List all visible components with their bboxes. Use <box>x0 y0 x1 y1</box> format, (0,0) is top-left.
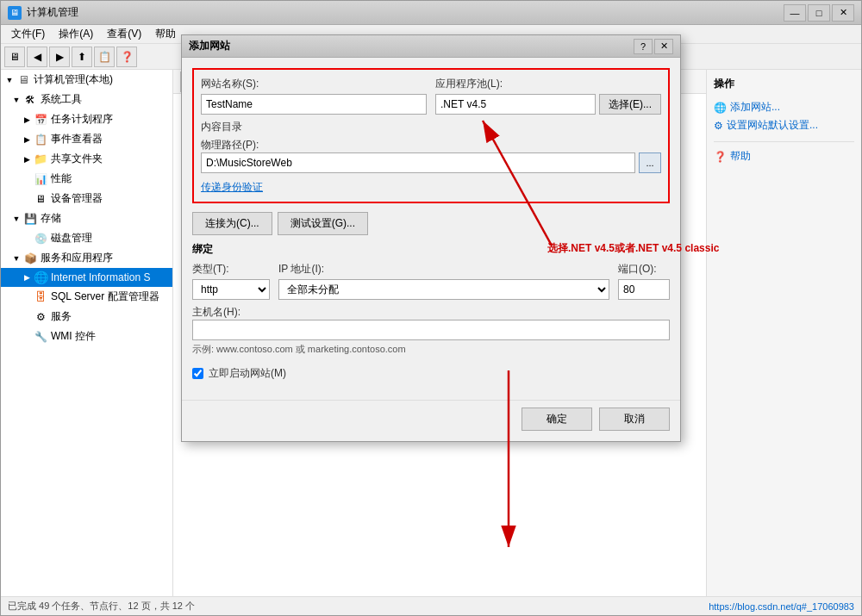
maximize-button[interactable]: □ <box>808 4 830 22</box>
toggle-storage[interactable]: ▼ <box>11 214 22 224</box>
ip-label: IP 地址(I): <box>278 262 609 277</box>
sidebar-item-services-apps[interactable]: ▼ 📦 服务和应用程序 <box>1 248 172 268</box>
autostart-checkbox[interactable] <box>192 368 203 379</box>
physical-path-input[interactable] <box>201 152 635 173</box>
dialog-action-buttons: 连接为(C)... 测试设置(G)... <box>192 212 670 235</box>
app-pool-input[interactable] <box>435 94 596 115</box>
host-input[interactable] <box>192 320 670 340</box>
toggle-shared[interactable]: ▶ <box>22 154 32 165</box>
toggle-disk[interactable] <box>22 233 32 244</box>
toggle-services[interactable]: ▼ <box>11 253 22 264</box>
menu-action[interactable]: 操作(A) <box>52 25 100 43</box>
sidebar-item-wmi[interactable]: 🔧 WMI 控件 <box>1 327 172 346</box>
menu-help[interactable]: 帮助 <box>148 25 183 43</box>
title-bar: 🖥 计算机管理 — □ ✕ <box>1 1 861 25</box>
disk-icon: 💿 <box>34 232 47 246</box>
binding-row: 类型(T): http https IP 地址(I): 全部未分配 <box>192 262 670 300</box>
sidebar-item-root[interactable]: ▼ 🖥 计算机管理(本地) <box>1 70 172 90</box>
dialog-close-button[interactable]: ✕ <box>654 39 673 54</box>
site-name-input[interactable] <box>201 94 427 115</box>
minimize-button[interactable]: — <box>784 4 806 22</box>
type-group: 类型(T): http https <box>192 262 270 300</box>
toggle-root[interactable]: ▼ <box>4 75 15 85</box>
sidebar-item-device-mgr[interactable]: 🖥 设备管理器 <box>1 189 172 208</box>
connect-as-button[interactable]: 连接为(C)... <box>192 212 272 235</box>
sidebar-item-services[interactable]: ⚙ 服务 <box>1 307 172 327</box>
sys-tools-icon: 🛠 <box>23 93 37 107</box>
type-label: 类型(T): <box>192 262 270 277</box>
url-bar-text: https://blog.csdn.net/q#_17060983 <box>709 601 854 612</box>
sidebar-item-disk-mgmt[interactable]: 💿 磁盘管理 <box>1 228 172 248</box>
toggle-wmi[interactable] <box>22 332 32 342</box>
toggle-event[interactable]: ▶ <box>22 134 32 145</box>
wmi-icon: 🔧 <box>34 330 47 344</box>
actions-panel: 操作 🌐 添加网站... ⚙ 设置网站默认设置... ❓ 帮助 <box>706 70 861 596</box>
sidebar-item-sql-config[interactable]: 🗄 SQL Server 配置管理器 <box>1 287 172 307</box>
task-icon: 📅 <box>34 113 47 127</box>
sidebar-wmi-label: WMI 控件 <box>51 329 96 344</box>
add-website-icon: 🌐 <box>714 102 727 114</box>
toggle-task[interactable]: ▶ <box>22 115 32 125</box>
cancel-button[interactable]: 取消 <box>599 408 670 431</box>
action-set-defaults[interactable]: ⚙ 设置网站默认设置... <box>714 116 854 134</box>
form-section-highlighted: 网站名称(S): 应用程序池(L): 选择(E)... 内容目录 物理路径(P <box>192 68 670 203</box>
sidebar-item-iis[interactable]: ▶ 🌐 Internet Information S <box>1 268 172 287</box>
app-pool-label: 应用程序池(L): <box>435 77 661 91</box>
toolbar-up-button[interactable]: ⬆ <box>72 47 92 67</box>
sidebar-storage-label: 存储 <box>41 211 61 226</box>
browse-button[interactable]: ... <box>639 152 661 173</box>
perf-icon: 📊 <box>34 172 47 186</box>
toggle-sys-tools[interactable]: ▼ <box>11 95 22 105</box>
host-row: 主机名(H): 示例: www.contoso.com 或 marketing.… <box>192 305 670 356</box>
physical-path-label: 物理路径(P): <box>201 139 259 151</box>
sidebar-item-sys-tools[interactable]: ▼ 🛠 系统工具 <box>1 90 172 109</box>
toggle-svc[interactable] <box>22 312 32 322</box>
toolbar-forward-button[interactable]: ▶ <box>49 47 70 67</box>
toolbar-back-button[interactable]: ◀ <box>27 47 47 67</box>
select-app-pool-button[interactable]: 选择(E)... <box>599 94 661 115</box>
status-text: 已完成 49 个任务、节点行、12 页，共 12 个 <box>8 600 195 613</box>
sidebar-shared-label: 共享文件夹 <box>51 152 103 166</box>
action-add-website[interactable]: 🌐 添加网站... <box>714 98 854 116</box>
sidebar-item-performance[interactable]: 📊 性能 <box>1 169 172 189</box>
dialog-title-bar: 添加网站 ? ✕ <box>182 35 680 58</box>
sidebar-perf-label: 性能 <box>51 171 72 186</box>
ok-button[interactable]: 确定 <box>522 408 592 431</box>
port-group: 端口(O): <box>618 262 670 300</box>
sidebar-item-task-scheduler[interactable]: ▶ 📅 任务计划程序 <box>1 109 172 129</box>
type-select[interactable]: http https <box>192 279 270 300</box>
toggle-iis[interactable]: ▶ <box>22 272 32 283</box>
dialog-content: 网站名称(S): 应用程序池(L): 选择(E)... 内容目录 物理路径(P <box>182 58 680 400</box>
toolbar-show-hide-button[interactable]: 📋 <box>94 47 115 67</box>
sidebar-svc-label: 服务 <box>51 309 72 324</box>
sidebar-item-event-viewer[interactable]: ▶ 📋 事件查看器 <box>1 129 172 149</box>
sidebar-disk-label: 磁盘管理 <box>51 231 92 246</box>
root-icon: 🖥 <box>16 73 30 87</box>
sidebar-item-storage[interactable]: ▼ 💾 存储 <box>1 208 172 228</box>
host-label: 主机名(H): <box>192 306 240 318</box>
sidebar-item-shared-folders[interactable]: ▶ 📁 共享文件夹 <box>1 149 172 169</box>
toolbar-help-button[interactable]: ❓ <box>116 47 137 67</box>
port-label: 端口(O): <box>618 262 670 277</box>
binding-section: 绑定 类型(T): http https IP 地址(I): <box>192 242 670 356</box>
sidebar-sql-label: SQL Server 配置管理器 <box>51 289 159 304</box>
close-button[interactable]: ✕ <box>832 4 854 22</box>
site-name-group: 网站名称(S): <box>201 77 427 115</box>
ip-select[interactable]: 全部未分配 <box>278 279 609 300</box>
toggle-sql[interactable] <box>22 292 32 302</box>
menu-file[interactable]: 文件(F) <box>4 25 52 43</box>
action-help[interactable]: ❓ 帮助 <box>714 147 854 165</box>
menu-view[interactable]: 查看(V) <box>100 25 148 43</box>
host-example: 示例: www.contoso.com 或 marketing.contoso.… <box>192 343 670 356</box>
toggle-dev[interactable] <box>22 194 32 204</box>
window-title: 计算机管理 <box>27 5 784 20</box>
port-input[interactable] <box>618 279 670 300</box>
autostart-label: 立即启动网站(M) <box>209 366 286 381</box>
dialog-help-button[interactable]: ? <box>634 39 653 54</box>
dialog-controls: ? ✕ <box>634 39 673 54</box>
test-settings-button[interactable]: 测试设置(G)... <box>278 212 368 235</box>
toggle-perf[interactable] <box>22 174 32 184</box>
app-icon: 🖥 <box>8 6 22 20</box>
credential-link[interactable]: 传递身份验证 <box>201 181 263 193</box>
content-dir-section: 内容目录 物理路径(P): ... <box>201 120 661 173</box>
